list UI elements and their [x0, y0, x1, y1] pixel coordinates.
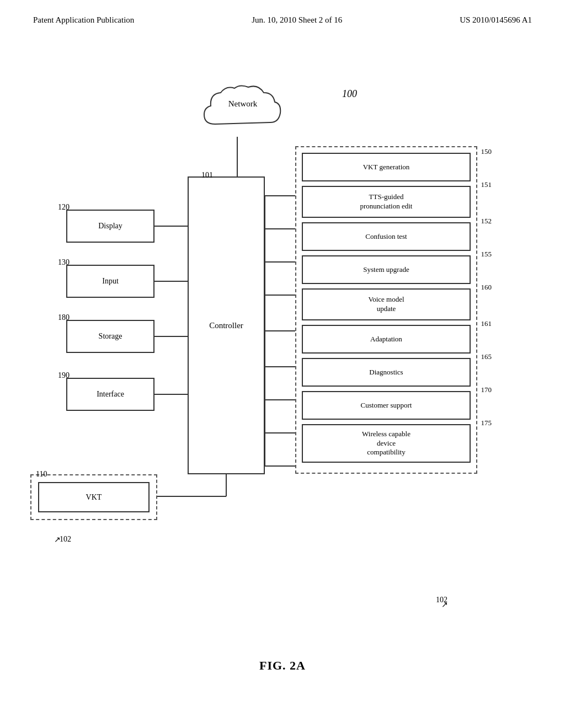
module-vkt-gen-wrapper: VKT generation 150	[302, 153, 471, 181]
module-tts-wrapper: TTS-guided pronunciation edit 151	[302, 186, 471, 218]
custsupport-label: Customer support	[361, 401, 412, 410]
header-left: Patent Application Publication	[33, 15, 134, 25]
module-voicemodel: Voice model update	[302, 288, 471, 320]
interface-label: Interface	[97, 390, 124, 399]
module-sysupgrade-wrapper: System upgrade 155	[302, 255, 471, 284]
module-confusion-wrapper: Confusion test 152	[302, 222, 471, 251]
ref-175: 175	[481, 419, 492, 427]
ref-150: 150	[481, 147, 492, 156]
header-right: US 2010/0145696 A1	[460, 15, 532, 25]
module-custsupport-wrapper: Customer support 170	[302, 391, 471, 420]
left-box-display: Display	[66, 210, 154, 243]
ref-130: 130	[58, 258, 70, 267]
fig-caption: FIG. 2A	[259, 659, 306, 673]
adaptation-label: Adaptation	[370, 335, 402, 344]
vkt-dashed-container: VKT	[30, 474, 157, 520]
tts-label: TTS-guided pronunciation edit	[360, 192, 413, 211]
wireless-label: Wireless capable device compatibility	[362, 430, 411, 458]
module-wireless: Wireless capable device compatibility	[302, 424, 471, 463]
left-box-input: Input	[66, 265, 154, 298]
ref-165: 165	[481, 352, 492, 361]
controller-label: Controller	[209, 321, 243, 330]
confusion-label: Confusion test	[365, 232, 407, 242]
ref-101: 101	[201, 171, 213, 180]
vkt-inner-box: VKT	[38, 482, 150, 512]
ref-180: 180	[58, 313, 70, 322]
module-adaptation: Adaptation	[302, 325, 471, 354]
ref-151: 151	[481, 180, 492, 189]
sysupgrade-label: System upgrade	[363, 265, 409, 275]
ref-152: 152	[481, 217, 492, 226]
left-box-interface: Interface	[66, 378, 154, 411]
display-label: Display	[98, 222, 122, 231]
module-vkt-gen: VKT generation	[302, 153, 471, 181]
network-label: Network	[228, 99, 258, 109]
right-dashed-container: VKT generation 150 TTS-guided pronunciat…	[295, 146, 477, 474]
left-box-storage: Storage	[66, 320, 154, 353]
ref-102-arrow-right: ↗	[441, 600, 448, 609]
storage-label: Storage	[99, 332, 122, 341]
page-header: Patent Application Publication Jun. 10, …	[0, 0, 565, 25]
module-custsupport: Customer support	[302, 391, 471, 420]
input-label: Input	[102, 277, 119, 286]
voicemodel-label: Voice model update	[368, 295, 404, 314]
vkt-gen-label: VKT generation	[363, 163, 410, 172]
module-adaptation-wrapper: Adaptation 161	[302, 325, 471, 354]
ref-155: 155	[481, 250, 492, 259]
module-wireless-wrapper: Wireless capable device compatibility 17…	[302, 424, 471, 463]
vkt-label: VKT	[86, 493, 102, 502]
ref-160: 160	[481, 283, 492, 292]
module-tts: TTS-guided pronunciation edit	[302, 186, 471, 218]
ref-161: 161	[481, 319, 492, 328]
ref-120: 120	[58, 203, 70, 212]
ref-102-arrow: ↗	[54, 535, 61, 544]
module-diagnostics: Diagnostics	[302, 358, 471, 387]
module-confusion: Confusion test	[302, 222, 471, 251]
diagram-area: Network 100 Controller 101 Display 120 I…	[0, 50, 565, 700]
ref-190: 190	[58, 371, 70, 380]
controller-box: Controller	[188, 176, 265, 474]
ref-110: 110	[36, 470, 47, 479]
ref-102-vkt: 102	[60, 535, 71, 544]
diagram-lines	[0, 50, 565, 700]
header-center: Jun. 10, 2010 Sheet 2 of 16	[252, 15, 342, 25]
ref-170: 170	[481, 386, 492, 394]
ref-100: 100	[342, 88, 357, 100]
diagnostics-label: Diagnostics	[369, 368, 403, 377]
module-sysupgrade: System upgrade	[302, 255, 471, 284]
module-voicemodel-wrapper: Voice model update 160	[302, 288, 471, 320]
module-diagnostics-wrapper: Diagnostics 165	[302, 358, 471, 387]
network-cloud: Network	[188, 83, 298, 140]
cloud-icon	[193, 83, 292, 138]
